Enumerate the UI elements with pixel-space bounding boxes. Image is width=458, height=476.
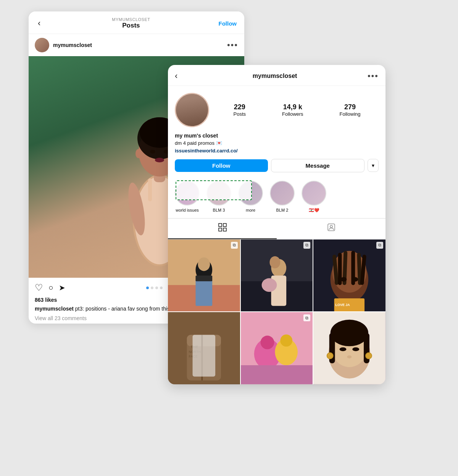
svg-point-70 [347,355,352,358]
following-count: 279 [340,103,361,111]
posts-title-group: MYMUMSCLOSET Posts [44,17,218,29]
posts-header: ‹ MYMUMSCLOSET Posts Follow [29,11,244,34]
highlight-label-3: BLM 2 [276,208,289,212]
like-button[interactable]: ♡ [35,282,43,293]
photo-cell-2[interactable]: ⧉ [241,240,313,312]
bio-link[interactable]: issuesintheworld.carrd.co/ [175,148,379,154]
back-button[interactable]: ‹ [35,17,44,30]
post-header: mymumscloset ••• [29,34,244,56]
svg-point-59 [280,335,292,347]
svg-rect-57 [241,365,313,384]
photo-cell-6[interactable] [313,312,385,384]
svg-point-63 [331,320,368,346]
highlight-label-4: 🇱🇧❤️ [309,208,319,213]
followers-count: 14,9 k [282,103,303,111]
svg-point-8 [150,150,155,154]
followers-label: Followers [282,111,303,117]
posts-label: Posts [233,111,246,117]
dot-4 [160,287,163,289]
profile-info-row: 229 Posts 14,9 k Followers 279 Following [168,86,385,131]
photo-cell-3[interactable]: ⧉ LOVE JA [313,240,385,312]
tagged-icon [327,223,335,234]
dot-3 [155,287,158,289]
photo-cell-1[interactable]: ⧉ [168,240,240,312]
profile-header: ‹ mymumscloset ••• [168,65,385,86]
post-avatar [35,38,49,52]
svg-rect-17 [219,228,222,231]
post-username: mymumscloset [53,42,227,48]
svg-rect-24 [195,279,212,306]
share-button[interactable]: ➤ [59,283,65,292]
svg-point-26 [198,257,210,271]
photo-cell-4[interactable]: THE NORTH FACE [168,312,240,384]
multi-icon-2: ⧉ [303,242,310,249]
svg-rect-25 [195,275,212,281]
highlight-flag[interactable]: 🇱🇧❤️ [302,181,326,213]
more-options-button[interactable]: ••• [227,40,238,50]
posts-username-small: MYMUMSCLOSET [44,17,218,22]
highlight-blm2[interactable]: BLM 2 [270,181,295,213]
tab-grid[interactable] [168,219,277,239]
profile-more-button[interactable]: ••• [368,71,379,81]
svg-point-43 [352,277,358,282]
multi-icon-5: ⧉ [303,314,310,321]
bio-name: my mum's closet [175,133,379,139]
profile-card: ‹ mymumscloset ••• 229 Posts 14,9 k Foll… [168,65,385,384]
profile-back-button[interactable]: ‹ [175,71,177,81]
caption-username: mymumscloset [35,306,74,312]
follow-button[interactable]: Follow [175,159,268,172]
photo-grid: ⧉ ⧉ [168,240,385,384]
svg-point-68 [327,353,333,359]
highlight-label-1: BLM 3 [213,208,225,212]
svg-point-31 [261,278,277,292]
tab-tagged[interactable] [277,219,385,239]
follow-button-top[interactable]: Follow [219,20,237,27]
svg-rect-2 [148,178,152,201]
bio-dm: dm 4 paid promos 💌 [175,139,379,147]
svg-point-69 [366,353,372,359]
svg-rect-18 [223,228,226,231]
multi-icon-1: ⧉ [231,242,238,249]
svg-text:LOVE JA: LOVE JA [335,303,350,306]
highlight-label-0: world issues [176,208,199,212]
message-button[interactable]: Message [271,159,365,172]
stat-following[interactable]: 279 Following [340,103,361,117]
svg-point-67 [353,348,360,351]
stat-posts[interactable]: 229 Posts [233,103,246,117]
dot-1 [146,287,149,289]
svg-rect-53 [193,335,216,377]
following-label: Following [340,111,361,117]
profile-username: mymumscloset [182,73,368,79]
comment-button[interactable]: ○ [48,283,53,292]
posts-title: Posts [44,22,218,29]
profile-actions: Follow Message ▾ [168,159,385,178]
svg-point-32 [269,256,280,268]
profile-stats: 229 Posts 14,9 k Followers 279 Following [215,103,379,117]
profile-avatar [175,93,209,127]
dot-2 [151,287,153,289]
svg-point-58 [260,336,274,350]
svg-point-20 [330,225,332,228]
svg-point-10 [155,158,164,162]
stat-followers[interactable]: 14,9 k Followers [282,103,303,117]
annotation-highlight [176,180,252,200]
grid-icon [218,223,227,234]
dropdown-button[interactable]: ▾ [368,159,379,172]
multi-icon-3: ⧉ [376,242,383,249]
posts-count: 229 [233,103,246,111]
photo-cell-5[interactable]: ⧉ [241,312,313,384]
profile-bio: my mum's closet dm 4 paid promos 💌 issue… [168,131,385,159]
svg-point-11 [135,149,142,158]
profile-tabs [168,218,385,240]
svg-rect-16 [223,223,226,227]
svg-rect-15 [219,223,222,227]
highlight-label-2: more [246,208,255,212]
svg-point-42 [341,277,347,282]
svg-point-66 [340,348,347,351]
